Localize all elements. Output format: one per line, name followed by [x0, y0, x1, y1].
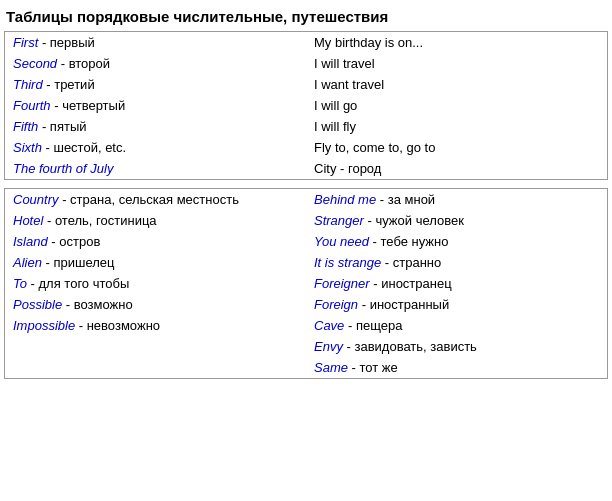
section2-table: Country - страна, сельская местностьBehi… [4, 188, 608, 379]
table-row: Second - второй [5, 53, 306, 74]
table-row [5, 357, 306, 378]
table-row: Hotel - отель, гостиница [5, 210, 306, 231]
table-row: First - первый [5, 32, 306, 53]
table-row: My birthday is on... [306, 32, 607, 53]
table-row: Behind me - за мной [306, 189, 607, 210]
table-row: Third - третий [5, 74, 306, 95]
table-row: Fourth - четвертый [5, 95, 306, 116]
table-row: I will go [306, 95, 607, 116]
table-row: To - для того чтобы [5, 273, 306, 294]
table-row: Possible - возможно [5, 294, 306, 315]
table-row: The fourth of July [5, 158, 306, 179]
table-row: Envy - завидовать, зависть [306, 336, 607, 357]
table-row: Sixth - шестой, etc. [5, 137, 306, 158]
table-row: I want travel [306, 74, 607, 95]
table-row: Country - страна, сельская местность [5, 189, 306, 210]
table-row: Stranger - чужой человек [306, 210, 607, 231]
table-row: Fifth - пятый [5, 116, 306, 137]
table-row [5, 336, 306, 357]
table-row: You need - тебе нужно [306, 231, 607, 252]
table-row: Island - остров [5, 231, 306, 252]
table-row: Same - тот же [306, 357, 607, 378]
table-row: I will travel [306, 53, 607, 74]
table-row: Fly to, come to, go to [306, 137, 607, 158]
table-row: Foreign - иностранный [306, 294, 607, 315]
table-row: Cave - пещера [306, 315, 607, 336]
section1-table: First - первыйMy birthday is on...Second… [4, 31, 608, 180]
table-row: Impossible - невозможно [5, 315, 306, 336]
table-row: It is strange - странно [306, 252, 607, 273]
table-row: City - город [306, 158, 607, 179]
table-row: Foreigner - иностранец [306, 273, 607, 294]
table-row: Alien - пришелец [5, 252, 306, 273]
table-row: I will fly [306, 116, 607, 137]
page-title: Таблицы порядковые числительные, путешес… [0, 0, 612, 31]
